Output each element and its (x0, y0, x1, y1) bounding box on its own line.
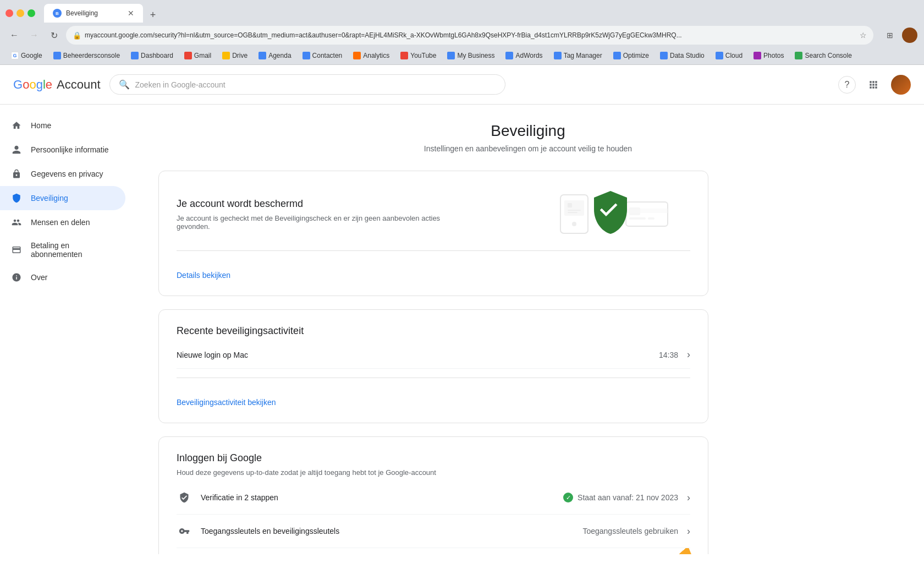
bookmark-drive[interactable]: Drive (218, 50, 252, 61)
bookmark-mybusiness[interactable]: My Business (443, 50, 499, 61)
bookmark-youtube[interactable]: YouTube (396, 50, 441, 61)
signin-keys-label: Toegangssleutels en beveiligingssleutels (201, 527, 582, 535)
forward-button[interactable]: → (26, 28, 42, 43)
signin-google-desc: Houd deze gegevens up-to-date zodat je a… (177, 468, 452, 477)
bookmark-label: Drive (232, 52, 248, 59)
browser-addressbar: ← → ↻ 🔒 myaccount.google.com/security?hl… (0, 22, 924, 48)
extension-buttons: ⊞ (882, 28, 898, 43)
activity-row[interactable]: Nieuwe login op Mac 14:38 › (177, 341, 690, 369)
bookmark-label: AdWords (515, 52, 542, 59)
agenda-favicon (258, 52, 266, 59)
protected-card-title: Je account wordt beschermd (177, 198, 536, 210)
shield-check-icon (591, 190, 630, 238)
active-tab[interactable]: B Beveiliging ✕ (44, 4, 143, 23)
bookmark-label: Agenda (268, 52, 291, 59)
bookmark-agenda[interactable]: Agenda (254, 50, 295, 61)
bookmark-contacten[interactable]: Contacten (298, 50, 347, 61)
bookmark-label: Dashboard (141, 52, 173, 59)
payment-icon (11, 244, 22, 255)
sidebar-item-people[interactable]: Mensen en delen (0, 210, 125, 234)
user-avatar[interactable] (891, 75, 911, 95)
tab-title: Beveiliging (66, 9, 123, 17)
searchconsole-favicon (795, 52, 802, 59)
bookmark-label: My Business (457, 52, 494, 59)
sidebar-item-label: Gegevens en privacy (31, 170, 103, 178)
bookmark-tagmanager[interactable]: Tag Manager (549, 50, 607, 61)
help-button[interactable]: ? (838, 76, 856, 94)
details-link[interactable]: Details bekijken (177, 271, 230, 280)
recent-activity-title: Recente beveiligingsactiviteit (177, 325, 690, 337)
security-icon: 🔒 (73, 31, 81, 40)
mybusiness-favicon (447, 52, 455, 59)
bookmark-label: Search Console (805, 52, 851, 59)
signin-row-keys[interactable]: Toegangssleutels en beveiligingssleutels… (177, 515, 690, 548)
apps-grid-button[interactable] (865, 76, 882, 94)
bookmark-optimize[interactable]: Optimize (609, 50, 653, 61)
search-box[interactable]: 🔍 Zoeken in Google-account (109, 74, 505, 95)
bookmark-analytics[interactable]: Analytics (349, 50, 394, 61)
security-icon (11, 193, 22, 204)
sidebar-item-home[interactable]: Home (0, 113, 125, 138)
signin-keys-value: Toegangssleutels gebruiken (582, 527, 678, 535)
signin-google-card: Inloggen bij Google Houd deze gegevens u… (158, 436, 708, 554)
signin-google-title: Inloggen bij Google (177, 452, 690, 464)
bookmark-searchconsole[interactable]: Search Console (790, 50, 856, 61)
extensions-button[interactable]: ⊞ (882, 28, 898, 43)
bookmark-adwords[interactable]: AdWords (501, 50, 547, 61)
bookmark-datastudio[interactable]: Data Studio (656, 50, 709, 61)
bookmark-beheerdersconsole[interactable]: Beheerdersconsole (49, 50, 124, 61)
svg-rect-10 (626, 209, 668, 213)
device-card-icon (625, 198, 669, 231)
sidebar-item-personal-info[interactable]: Persoonlijke informatie (0, 138, 125, 162)
bookmark-label: Contacten (312, 52, 343, 59)
bookmark-gmail[interactable]: Gmail (180, 50, 216, 61)
bookmark-photos[interactable]: Photos (749, 50, 788, 61)
signin-row-password[interactable]: Wachtwoord Laatst gewijzigd 26 dec 2023 … (177, 548, 690, 554)
person-icon (11, 144, 22, 155)
sidebar-item-security[interactable]: Beveiliging (0, 186, 125, 210)
chevron-right-icon: › (687, 349, 690, 360)
header-right: ? (838, 75, 911, 95)
sidebar-item-about[interactable]: Over (0, 265, 125, 289)
address-bar[interactable]: 🔒 myaccount.google.com/security?hl=nl&ut… (66, 26, 873, 45)
shield-2fa-icon (177, 490, 192, 505)
bookmark-star-icon[interactable]: ☆ (860, 31, 867, 40)
sidebar-item-label: Beveiliging (31, 194, 68, 203)
bookmark-dashboard[interactable]: Dashboard (127, 50, 178, 61)
browser-window-controls (6, 9, 35, 17)
protected-card-left: Je account wordt beschermd Je account is… (177, 198, 536, 231)
reload-button[interactable]: ↻ (46, 28, 62, 43)
sidebar-item-privacy[interactable]: Gegevens en privacy (0, 162, 125, 186)
page: Google Account 🔍 Zoeken in Google-accoun… (0, 65, 924, 554)
home-icon (11, 120, 22, 131)
bookmark-google[interactable]: G Google (7, 50, 47, 61)
protected-card-desc: Je account is gecheckt met de Beveiligin… (177, 214, 452, 231)
header-search[interactable]: 🔍 Zoeken in Google-account (109, 74, 505, 95)
google-favicon: G (11, 52, 19, 59)
bookmark-label: Data Studio (670, 52, 705, 59)
back-button[interactable]: ← (7, 28, 22, 43)
info-icon (11, 272, 22, 283)
browser-chrome: B Beveiliging ✕ + ← → ↻ 🔒 myaccount.goog… (0, 0, 924, 65)
yellow-arrow-annotation (646, 548, 723, 554)
datastudio-favicon (660, 52, 668, 59)
activity-link[interactable]: Beveiligingsactiviteit bekijken (177, 398, 276, 407)
adwords-favicon (505, 52, 513, 59)
sidebar-item-payment[interactable]: Betaling en abonnementen (0, 234, 125, 265)
signin-row-2fa[interactable]: Verificatie in 2 stappen ✓ Staat aan van… (177, 481, 690, 515)
bookmark-cloud[interactable]: Cloud (711, 50, 747, 61)
new-tab-button[interactable]: + (145, 7, 161, 23)
tab-close-button[interactable]: ✕ (128, 9, 134, 18)
maximize-window-button[interactable] (28, 9, 35, 17)
youtube-favicon (400, 52, 408, 59)
close-window-button[interactable] (6, 9, 13, 17)
logo-google-text: Google (13, 78, 52, 92)
url-text: myaccount.google.com/security?hl=nl&utm_… (85, 31, 854, 39)
svg-rect-3 (568, 203, 572, 207)
svg-rect-5 (568, 212, 578, 213)
drive-favicon (222, 52, 230, 59)
minimize-window-button[interactable] (16, 9, 24, 17)
main-content: Beveiliging Instellingen en aanbevelinge… (132, 105, 924, 554)
browser-profile-avatar[interactable] (902, 28, 917, 43)
sidebar-item-label: Mensen en delen (31, 218, 90, 227)
